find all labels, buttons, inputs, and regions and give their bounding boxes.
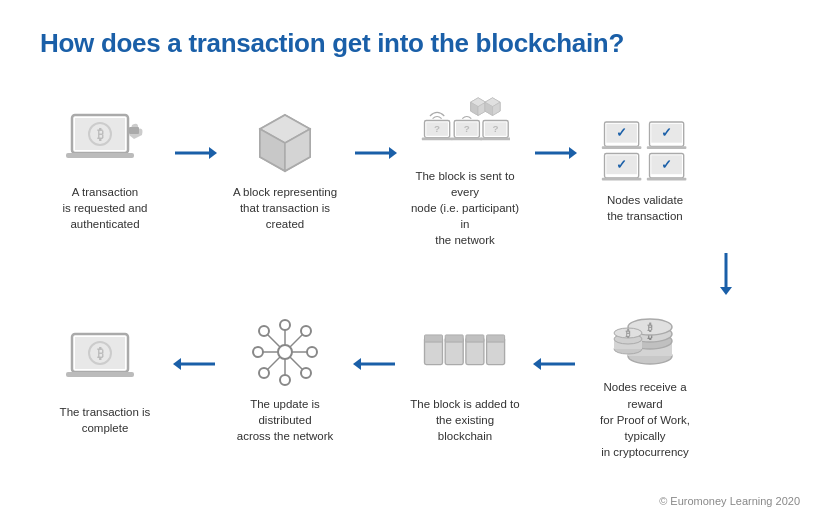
- svg-point-64: [253, 347, 263, 357]
- svg-marker-13: [389, 147, 397, 159]
- svg-text:₿: ₿: [97, 127, 104, 142]
- svg-rect-87: [487, 335, 505, 342]
- svg-text:?: ?: [464, 123, 470, 134]
- svg-rect-25: [422, 137, 453, 140]
- arrow-2-3: [350, 144, 400, 192]
- svg-text:?: ?: [434, 123, 440, 134]
- cube-icon: [240, 103, 330, 178]
- svg-rect-43: [647, 146, 687, 149]
- svg-line-75: [290, 334, 303, 347]
- network-diamond-icon: [240, 315, 330, 390]
- step-3: ? ? ?: [400, 87, 530, 248]
- step-6-label: The update is distributedacross the netw…: [228, 396, 343, 444]
- svg-text:₿: ₿: [97, 346, 104, 361]
- svg-point-65: [307, 347, 317, 357]
- svg-rect-39: [602, 146, 642, 149]
- svg-rect-84: [425, 335, 443, 342]
- nodes-check-icon: ✓ ✓ ✓ ✓: [600, 111, 690, 186]
- svg-text:₿: ₿: [647, 322, 653, 333]
- svg-point-63: [280, 375, 290, 385]
- arrow-down-container: [40, 248, 800, 298]
- svg-marker-7: [209, 147, 217, 159]
- row-1: ₿ A transactionis requested andauthentic…: [40, 87, 800, 248]
- svg-rect-47: [602, 177, 642, 180]
- svg-text:✓: ✓: [661, 126, 672, 140]
- step-2-label: A block representingthat transaction isc…: [228, 184, 343, 232]
- step-7-label: The block is added tothe existing blockc…: [408, 396, 523, 444]
- flow-diagram: ₿ A transactionis requested andauthentic…: [40, 87, 800, 460]
- svg-rect-58: [66, 372, 134, 377]
- svg-text:✓: ✓: [616, 157, 627, 171]
- svg-text:✓: ✓: [661, 157, 672, 171]
- svg-point-62: [280, 320, 290, 330]
- copyright: © Euromoney Learning 2020: [659, 495, 800, 507]
- step-5-label: The transaction iscomplete: [48, 404, 163, 436]
- svg-rect-33: [480, 137, 510, 140]
- step-3-label: The block is sent to everynode (i.e. par…: [408, 168, 523, 248]
- step-2: A block representingthat transaction isc…: [220, 103, 350, 232]
- step-1-label: A transactionis requested andauthenticat…: [48, 184, 163, 232]
- svg-point-61: [278, 345, 292, 359]
- blockchain-icon: [420, 315, 510, 390]
- svg-line-76: [267, 357, 280, 370]
- svg-marker-53: [720, 287, 732, 295]
- bitcoin-reward-icon: ₿ ₿ ₿: [600, 298, 690, 373]
- svg-rect-85: [445, 335, 463, 342]
- arrow-3-4: [530, 144, 580, 192]
- arrow-7-6: [350, 355, 400, 403]
- svg-marker-35: [569, 147, 577, 159]
- row-2: ₿ The transaction iscomplete: [40, 298, 800, 459]
- svg-marker-60: [173, 358, 181, 370]
- laptop-complete-icon: ₿: [60, 323, 150, 398]
- svg-text:✓: ✓: [616, 126, 627, 140]
- svg-line-74: [267, 334, 280, 347]
- nodes-question-icon: ? ? ?: [420, 87, 510, 162]
- arrow-8-7: [530, 355, 580, 403]
- arrow-1-2: [170, 144, 220, 192]
- arrow-vertical: [717, 251, 735, 295]
- page-title: How does a transaction get into the bloc…: [40, 28, 800, 59]
- svg-text:?: ?: [493, 123, 499, 134]
- arrow-6-5: [170, 355, 220, 403]
- svg-rect-5: [129, 127, 139, 134]
- svg-line-77: [290, 357, 303, 370]
- step-6: The update is distributedacross the netw…: [220, 315, 350, 444]
- svg-rect-86: [466, 335, 484, 342]
- step-4-label: Nodes validatethe transaction: [588, 192, 703, 224]
- laptop-bitcoin-icon: ₿: [60, 103, 150, 178]
- svg-marker-89: [533, 358, 541, 370]
- svg-marker-79: [353, 358, 361, 370]
- step-1: ₿ A transactionis requested andauthentic…: [40, 103, 170, 232]
- step-8: ₿ ₿ ₿ Nodes receive a rewardfor Proof of…: [580, 298, 710, 459]
- step-5: ₿ The transaction iscomplete: [40, 323, 170, 436]
- step-7: The block is added tothe existing blockc…: [400, 315, 530, 444]
- svg-rect-51: [647, 177, 687, 180]
- step-4: ✓ ✓ ✓ ✓: [580, 111, 710, 224]
- svg-rect-29: [452, 137, 483, 140]
- svg-rect-4: [66, 153, 134, 158]
- page-container: How does a transaction get into the bloc…: [0, 0, 840, 525]
- step-8-label: Nodes receive a rewardfor Proof of Work,…: [588, 379, 703, 459]
